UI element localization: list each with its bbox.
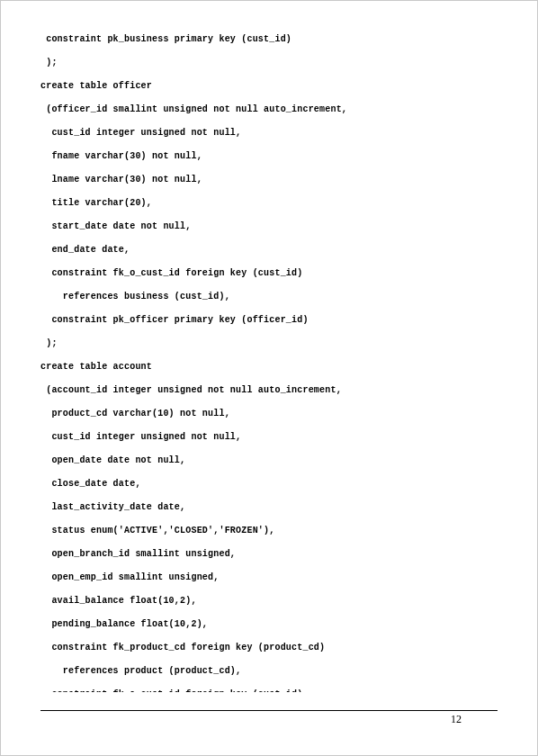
document-page: constraint pk_business primary key (cust… xyxy=(0,0,538,756)
code-line: fname varchar(30) not null, xyxy=(40,145,498,168)
code-block: constraint pk_business primary key (cust… xyxy=(40,28,498,692)
page-number: 12 xyxy=(40,711,498,726)
code-line: create table account xyxy=(40,356,498,379)
code-line: end_date date, xyxy=(40,238,498,262)
page-footer: 12 xyxy=(40,710,498,726)
code-line: close_date date, xyxy=(40,472,498,496)
code-line: title varchar(20), xyxy=(40,192,498,215)
code-line: references business (cust_id), xyxy=(40,285,498,309)
code-line: cust_id integer unsigned not null, xyxy=(40,122,498,145)
code-line: open_emp_id smallint unsigned, xyxy=(40,566,498,590)
code-line: lname varchar(30) not null, xyxy=(40,168,498,192)
code-line: ); xyxy=(40,332,498,356)
code-line: open_date date not null, xyxy=(40,449,498,472)
code-line: (account_id integer unsigned not null au… xyxy=(40,379,498,402)
code-line: constraint fk_a_cust_id foreign key (cus… xyxy=(40,683,498,692)
code-line: status enum('ACTIVE','CLOSED','FROZEN'), xyxy=(40,519,498,543)
code-line: cust_id integer unsigned not null, xyxy=(40,426,498,449)
code-line: last_activity_date date, xyxy=(40,496,498,519)
code-line: references product (product_cd), xyxy=(40,660,498,683)
code-line: constraint fk_o_cust_id foreign key (cus… xyxy=(40,262,498,285)
code-line: constraint fk_product_cd foreign key (pr… xyxy=(40,636,498,660)
code-line: ); xyxy=(40,51,498,75)
code-line: pending_balance float(10,2), xyxy=(40,613,498,636)
code-line: product_cd varchar(10) not null, xyxy=(40,402,498,426)
code-line: (officer_id smallint unsigned not null a… xyxy=(40,98,498,122)
code-line: start_date date not null, xyxy=(40,215,498,238)
code-line: open_branch_id smallint unsigned, xyxy=(40,543,498,566)
code-line: avail_balance float(10,2), xyxy=(40,590,498,613)
code-line: constraint pk_business primary key (cust… xyxy=(40,28,498,51)
code-line: create table officer xyxy=(40,75,498,98)
code-line: constraint pk_officer primary key (offic… xyxy=(40,309,498,332)
